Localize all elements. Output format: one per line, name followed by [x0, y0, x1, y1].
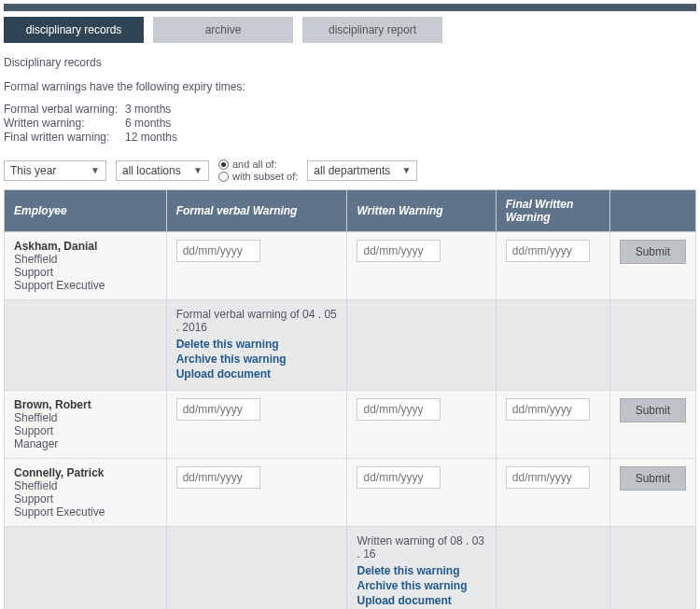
chevron-down-icon: ▼: [193, 165, 203, 175]
upload-document-link[interactable]: Upload document: [357, 593, 485, 608]
table-row: Connelly, PatrickSheffieldSupportSupport…: [5, 458, 696, 526]
employee-department: Support: [14, 492, 157, 505]
location-select[interactable]: all locations ▼: [116, 160, 209, 181]
intro-text: Formal warnings have the following expir…: [4, 80, 696, 93]
date-input[interactable]: [357, 466, 441, 489]
warning-description: Formal verbal warning of 04 . 05 . 2016: [176, 308, 338, 334]
scope-radio-group: and all of: with subset of:: [218, 159, 298, 182]
employee-department: Support: [14, 424, 157, 437]
archive-warning-link[interactable]: Archive this warning: [176, 352, 338, 367]
filters-row: This year ▼ all locations ▼ and all of: …: [4, 159, 696, 182]
delete-warning-link[interactable]: Delete this warning: [176, 337, 338, 352]
employee-name: Connelly, Patrick: [14, 466, 157, 479]
employee-role: Support Executive: [14, 279, 157, 292]
chevron-down-icon: ▼: [91, 165, 100, 175]
warning-description: Written warning of 08 . 03 . 16: [357, 534, 485, 561]
employee-department: Support: [14, 266, 157, 279]
archive-warning-link[interactable]: Archive this warning: [357, 578, 485, 593]
employee-location: Sheffield: [14, 253, 157, 266]
expiry-label: Formal verbal warning:: [4, 103, 125, 116]
date-input[interactable]: [176, 466, 260, 489]
submit-button[interactable]: Submit: [620, 466, 686, 491]
col-header-employee: Employee: [5, 190, 167, 232]
col-header-fww: Final Written Warning: [496, 190, 609, 232]
submit-button[interactable]: Submit: [620, 398, 686, 422]
col-header-actions: [609, 190, 695, 232]
tab-disciplinary-records[interactable]: disciplinary records: [4, 17, 144, 43]
period-select[interactable]: This year ▼: [4, 160, 106, 181]
table-row-detail: Written warning of 08 . 03 . 16Delete th…: [5, 526, 696, 609]
expiry-value: 6 months: [125, 117, 696, 130]
date-input[interactable]: [506, 398, 590, 421]
employee-name: Askham, Danial: [14, 240, 157, 253]
date-input[interactable]: [357, 398, 441, 421]
radio-and-all-of[interactable]: [218, 159, 229, 170]
section-title: Disciplinary records: [4, 56, 696, 69]
employee-role: Support Executive: [14, 505, 157, 519]
table-row: Brown, RobertSheffieldSupportManagerSubm…: [5, 390, 696, 458]
col-header-fvw: Formal verbal Warning: [166, 190, 347, 232]
table-row-detail: Formal verbal warning of 04 . 05 . 2016D…: [5, 300, 696, 391]
employee-location: Sheffield: [14, 411, 157, 424]
employee-name: Brown, Robert: [14, 398, 157, 411]
expiry-list: Formal verbal warning: 3 months Written …: [4, 103, 696, 144]
submit-button[interactable]: Submit: [620, 240, 686, 264]
delete-warning-link[interactable]: Delete this warning: [357, 563, 485, 578]
col-header-ww: Written Warning: [347, 190, 496, 232]
top-accent-bar: [4, 4, 696, 11]
department-select[interactable]: all departments ▼: [307, 160, 417, 181]
radio-label: and all of:: [232, 159, 277, 170]
tab-bar: disciplinary records archive disciplinar…: [4, 17, 696, 43]
expiry-value: 3 months: [125, 103, 696, 116]
radio-label: with subset of:: [232, 171, 298, 182]
tab-archive[interactable]: archive: [153, 17, 293, 43]
date-input[interactable]: [357, 240, 441, 262]
date-input[interactable]: [176, 398, 260, 421]
date-input[interactable]: [176, 240, 260, 262]
expiry-value: 12 months: [125, 131, 696, 144]
expiry-label: Final written warning:: [4, 131, 125, 144]
date-input[interactable]: [506, 466, 590, 489]
upload-document-link[interactable]: Upload document: [176, 367, 338, 381]
department-select-value: all departments: [314, 164, 390, 177]
chevron-down-icon: ▼: [401, 165, 411, 175]
period-select-value: This year: [10, 164, 56, 177]
location-select-value: all locations: [122, 164, 181, 177]
radio-with-subset-of[interactable]: [218, 172, 229, 182]
records-table: Employee Formal verbal Warning Written W…: [4, 189, 696, 609]
table-row: Askham, DanialSheffieldSupportSupport Ex…: [5, 232, 696, 300]
date-input[interactable]: [506, 240, 590, 262]
employee-role: Manager: [14, 437, 157, 450]
employee-location: Sheffield: [14, 479, 157, 492]
expiry-label: Written warning:: [4, 117, 125, 130]
tab-disciplinary-report[interactable]: disciplinary report: [302, 17, 442, 43]
